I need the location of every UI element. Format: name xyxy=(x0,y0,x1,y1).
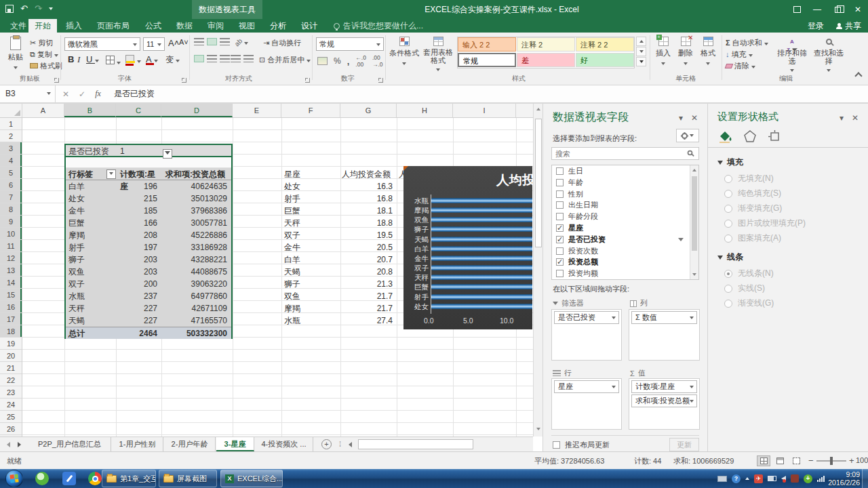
insert-cells-button[interactable]: + 插入 xyxy=(653,37,673,66)
increase-indent-icon[interactable] xyxy=(243,55,254,62)
zoom-slider-thumb[interactable] xyxy=(830,457,833,465)
helper-row[interactable]: 巨蟹18.1 xyxy=(281,205,397,217)
helper-row[interactable]: 白羊20.7 xyxy=(281,253,397,266)
sheet-tab[interactable]: 1-用户性别 xyxy=(112,437,163,451)
col-header-b[interactable]: B xyxy=(64,104,116,117)
helper-row[interactable]: 射手16.8 xyxy=(281,192,397,205)
format-pane-options-icon[interactable]: ▾ xyxy=(840,113,844,123)
col-header-e[interactable]: E xyxy=(233,104,281,117)
helper-row[interactable]: 处女16.3 xyxy=(281,180,397,192)
rows-area[interactable]: 星座 xyxy=(551,378,622,430)
tray-app-icon[interactable] xyxy=(791,474,799,483)
sheet-tab[interactable]: 2-用户年龄 xyxy=(164,437,216,451)
style-good[interactable]: 好 xyxy=(576,53,634,67)
field-item[interactable]: 出生日期 xyxy=(552,199,698,211)
scroll-up-icon[interactable] xyxy=(536,108,540,110)
taskbar-clock[interactable]: 9:09 2016/2/26 xyxy=(828,470,860,487)
field-item[interactable]: 生日 xyxy=(552,165,698,177)
borders-button[interactable] xyxy=(106,56,121,66)
close-button[interactable]: ✕ xyxy=(848,0,868,19)
helper-row[interactable]: 双鱼21.7 xyxy=(281,290,397,302)
orientation-button[interactable]: ab xyxy=(235,38,248,46)
tray-keyboard-icon[interactable] xyxy=(717,476,727,482)
wrap-text-button[interactable]: ⇥ 自动换行 xyxy=(263,38,301,48)
field-item[interactable]: 投资总额 xyxy=(552,256,698,268)
chart-bar[interactable] xyxy=(431,253,532,263)
tray-help-icon[interactable]: ? xyxy=(732,474,741,483)
ribbon-display-options-button[interactable] xyxy=(787,0,807,19)
decrease-decimal-button[interactable]: .00→.0 xyxy=(372,54,383,68)
field-item[interactable]: 性别 xyxy=(552,188,698,200)
pivot-row[interactable]: 狮子20343288221 xyxy=(66,253,231,266)
new-sheet-button[interactable]: + xyxy=(321,439,332,449)
tab-page-layout[interactable]: 页面布局 xyxy=(91,19,136,33)
rows-chip[interactable]: 星座 xyxy=(554,380,619,393)
pivot-row[interactable]: 处女21535013029 xyxy=(66,192,231,205)
sort-filter-button[interactable]: AZ 排序和筛选 xyxy=(774,37,810,73)
helper-row[interactable]: 水瓶27.4 xyxy=(281,314,397,327)
chart-bar[interactable] xyxy=(431,282,532,291)
tab-review[interactable]: 审阅 xyxy=(201,19,230,33)
tab-home[interactable]: 开始 xyxy=(28,19,57,33)
row-headers[interactable]: 1234567891011121314151617181920212223242… xyxy=(0,118,22,436)
tab-view[interactable]: 视图 xyxy=(233,19,261,33)
align-top-icon[interactable] xyxy=(194,38,204,45)
increase-decimal-button[interactable]: ←.0.00 xyxy=(355,54,366,68)
chart-bar[interactable] xyxy=(431,263,532,272)
pivot-row[interactable]: 天秤22742671109 xyxy=(66,302,231,314)
col-header-h[interactable]: H xyxy=(397,104,453,117)
columns-chip[interactable]: Σ 数值 xyxy=(631,311,697,324)
number-dialog-launcher[interactable] xyxy=(378,78,383,83)
line-option[interactable]: 实线(S) xyxy=(724,283,765,294)
alignment-dialog-launcher[interactable] xyxy=(305,78,310,83)
col-header-f[interactable]: F xyxy=(281,104,340,117)
chart-bar[interactable] xyxy=(431,272,532,282)
number-format-combo[interactable]: 常规 xyxy=(316,37,384,51)
sheet-tab-active[interactable]: 3-星座 xyxy=(216,437,254,451)
sheet-nav-left-icon[interactable] xyxy=(7,442,10,447)
style-bad[interactable]: 差 xyxy=(517,53,575,67)
cell-grid[interactable]: 是否已投资 1 行标签 计数项:星座 求和项:投资总额 白羊1964062463… xyxy=(22,118,533,436)
columns-area[interactable]: Σ 数值 xyxy=(629,309,700,361)
tab-design[interactable]: 设计 xyxy=(295,19,323,33)
copy-button[interactable]: ⧉ 复制 xyxy=(30,49,58,60)
search-input[interactable] xyxy=(552,148,674,159)
tray-volume-icon[interactable] xyxy=(781,476,786,481)
hscroll-left-icon[interactable] xyxy=(349,442,352,447)
fill-color-button[interactable] xyxy=(125,55,141,65)
pivot-filter-value[interactable]: 1 xyxy=(117,145,163,156)
sign-in-link[interactable]: 登录 xyxy=(808,19,824,33)
fill-option[interactable]: 图案填充(A) xyxy=(724,232,781,244)
chart-bar[interactable] xyxy=(431,224,532,234)
pivot-row[interactable]: 水瓶23764977860 xyxy=(66,290,231,302)
defer-layout-checkbox[interactable]: 推迟布局更新 xyxy=(553,440,610,450)
align-bottom-icon[interactable] xyxy=(220,38,230,45)
gallery-up-button[interactable] xyxy=(636,37,646,46)
share-button[interactable]: 共享 xyxy=(836,19,861,33)
helper-row[interactable]: 狮子21.3 xyxy=(281,278,397,290)
pivot-filter-row[interactable]: 是否已投资 1 xyxy=(66,145,231,157)
format-pane-close-icon[interactable]: ✕ xyxy=(852,113,859,123)
vertical-scrollbar[interactable] xyxy=(533,104,542,436)
redo-icon[interactable]: ↷ xyxy=(35,3,42,14)
page-break-view-button[interactable] xyxy=(789,455,803,466)
helper-table[interactable]: 星座 人均投资金额 处女16.3 射手16.8 巨蟹18.1 天秤18.8 双子… xyxy=(281,168,397,327)
tray-show-hidden-icon[interactable] xyxy=(745,477,749,480)
comma-style-button[interactable]: , xyxy=(347,56,350,66)
line-option[interactable]: 渐变线(G) xyxy=(724,298,774,309)
values-chip[interactable]: 求和项:投资总额 xyxy=(631,394,697,407)
field-item[interactable]: 投资均额 xyxy=(552,268,698,279)
collapse-ribbon-chevron[interactable] xyxy=(854,72,862,79)
col-header-a[interactable]: A xyxy=(22,104,64,117)
sheet-tab[interactable]: P2P_用户信息汇总 xyxy=(28,437,111,451)
col-header-c[interactable]: C xyxy=(116,104,161,117)
underline-button[interactable]: U xyxy=(86,54,99,64)
align-right-icon[interactable] xyxy=(220,55,230,62)
horizontal-align-buttons[interactable] xyxy=(194,55,230,62)
helper-row[interactable]: 金牛20.5 xyxy=(281,241,397,253)
grow-font-button[interactable]: A˄ xyxy=(168,38,179,48)
clipboard-dialog-launcher[interactable] xyxy=(54,78,59,83)
col-header-g[interactable]: G xyxy=(340,104,397,117)
style-normal[interactable]: 常规 xyxy=(458,53,516,67)
scroll-down-icon[interactable] xyxy=(536,428,540,430)
